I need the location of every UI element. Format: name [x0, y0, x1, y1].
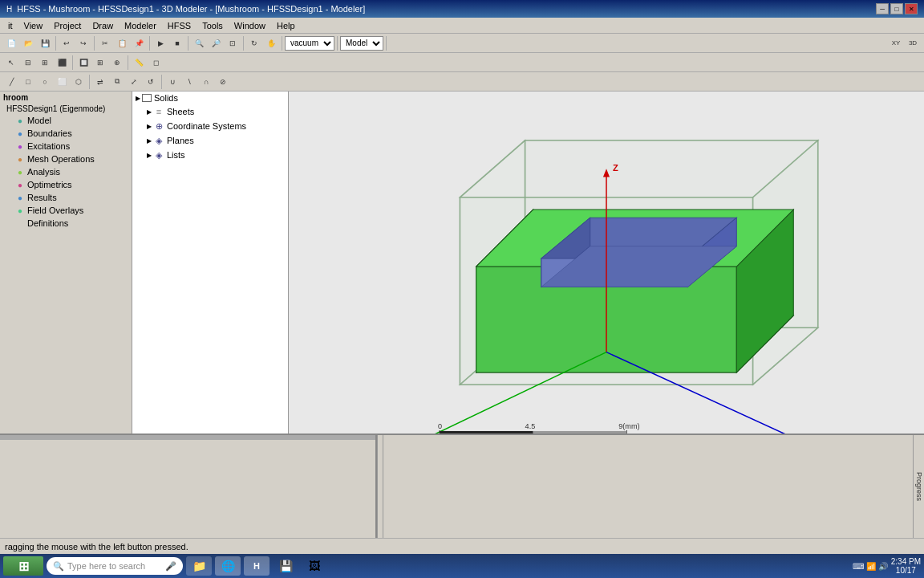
menu-project[interactable]: Project — [49, 20, 86, 31]
pan-btn[interactable]: ✋ — [263, 35, 279, 51]
sep7 — [337, 36, 338, 51]
menu-modeler[interactable]: Modeler — [120, 20, 161, 31]
open-btn[interactable]: 📂 — [20, 35, 36, 51]
left-panel: hroom HFSSDesign1 (Eigenmode) ● Model ● … — [0, 92, 132, 434]
tree-results[interactable]: ● Results — [11, 191, 132, 204]
tree-analysis[interactable]: ● Analysis — [11, 165, 132, 178]
tree-lists[interactable]: ▶ ◈ Lists — [132, 148, 288, 162]
tree-optimetrics[interactable]: ● Optimetrics — [11, 178, 132, 191]
measure-btn[interactable]: 📏 — [131, 55, 147, 71]
draw-box-btn[interactable]: ⬜ — [54, 74, 70, 90]
menu-window[interactable]: Window — [229, 20, 270, 31]
design-name[interactable]: HFSSDesign1 (Eigenmode) — [0, 104, 132, 114]
undo-btn[interactable]: ↩ — [59, 35, 75, 51]
status-text: ragging the mouse with the left button p… — [5, 542, 188, 552]
view-3d-btn[interactable]: 3D — [905, 35, 921, 51]
copy-btn[interactable]: 📋 — [114, 35, 130, 51]
minimize-button[interactable]: ─ — [876, 3, 889, 14]
close-button[interactable]: ✕ — [905, 3, 918, 14]
svg-text:Z: Z — [613, 163, 618, 173]
toolbar-3: ╱ □ ○ ⬜ ⬡ ⇌ ⧉ ⤢ ↺ ∪ ∖ ∩ ⊘ — [0, 72, 924, 92]
title-bar-left: H HFSS - Mushroom - HFSSDesign1 - 3D Mod… — [6, 4, 365, 14]
tree-mesh-operations[interactable]: ● Mesh Operations — [11, 153, 132, 165]
redo-btn[interactable]: ↪ — [75, 35, 91, 51]
cut-btn[interactable]: ✂ — [97, 35, 113, 51]
sep4 — [188, 36, 188, 51]
tree-model[interactable]: ● Model — [11, 114, 132, 127]
start-button[interactable]: ⊞ — [3, 556, 43, 576]
paste-btn[interactable]: 📌 — [131, 35, 147, 51]
view-xy-btn[interactable]: XY — [888, 35, 904, 51]
grid-btn[interactable]: ⊞ — [92, 55, 108, 71]
taskbar-app-hfss[interactable]: H — [244, 556, 270, 576]
menu-it[interactable]: it — [3, 20, 18, 31]
taskbar-app-browser[interactable]: 🌐 — [215, 556, 241, 576]
resize-handle-h[interactable] — [0, 435, 375, 440]
tree-planes[interactable]: ▶ ◈ Planes — [132, 133, 288, 148]
draw-line-btn[interactable]: ╱ — [3, 74, 19, 90]
face-btn[interactable]: ⊞ — [37, 55, 53, 71]
sep8 — [386, 36, 387, 51]
menu-draw[interactable]: Draw — [87, 20, 118, 31]
zoom-in-btn[interactable]: 🔍 — [191, 35, 207, 51]
expand-arrow-lists: ▶ — [147, 152, 152, 159]
expand-arrow-cs: ▶ — [147, 123, 152, 130]
view-select[interactable]: Model — [340, 36, 383, 51]
tree-sheets[interactable]: ▶ ≡ Sheets — [132, 104, 288, 119]
vertical-splitter[interactable] — [377, 435, 383, 538]
draw-circle-btn[interactable]: ○ — [37, 74, 53, 90]
edge-btn[interactable]: ⊟ — [20, 55, 36, 71]
fit-btn[interactable]: ⊡ — [225, 35, 241, 51]
planes-icon: ◈ — [153, 135, 164, 146]
title-bar-controls[interactable]: ─ □ ✕ — [876, 3, 918, 14]
new-btn[interactable]: 📄 — [3, 35, 19, 51]
bottom-right-panel: Progress — [383, 435, 924, 538]
toolbar-2: ↖ ⊟ ⊞ ⬛ 🔲 ⊞ ⊕ 📏 ◻ — [0, 53, 924, 72]
main-content: hroom HFSSDesign1 (Eigenmode) ● Model ● … — [0, 92, 924, 434]
tree-definitions[interactable]: Definitions — [11, 217, 132, 230]
union-btn[interactable]: ∪ — [164, 74, 180, 90]
move-btn[interactable]: ⤢ — [126, 74, 142, 90]
taskbar-app-explorer2[interactable]: 💾 — [273, 556, 298, 576]
draw-cyl-btn[interactable]: ⬡ — [71, 74, 87, 90]
rotate2-btn[interactable]: ↺ — [143, 74, 159, 90]
taskbar-search-box[interactable]: 🔍 Type here to search 🎤 — [47, 557, 183, 575]
tree-field-overlays[interactable]: ● Field Overlays — [11, 204, 132, 217]
expand-arrow-sheets: ▶ — [147, 108, 152, 116]
search-placeholder: Type here to search — [67, 561, 145, 571]
snap-btn[interactable]: 🔲 — [75, 55, 91, 71]
draw-rect-btn[interactable]: □ — [20, 74, 36, 90]
title-bar: H HFSS - Mushroom - HFSSDesign1 - 3D Mod… — [0, 0, 924, 18]
project-name: hroom — [0, 92, 132, 104]
rotate-btn[interactable]: ↻ — [246, 35, 262, 51]
sim-btn[interactable]: ▶ — [152, 35, 168, 51]
solids-icon — [142, 94, 152, 102]
material-select[interactable]: vacuum — [285, 36, 334, 51]
select-btn[interactable]: ↖ — [3, 55, 19, 71]
mirror-btn[interactable]: ⇌ — [92, 74, 108, 90]
stop-btn[interactable]: ■ — [169, 35, 185, 51]
menu-hfss[interactable]: HFSS — [163, 20, 196, 31]
model-svg: Z Y 0 4.5 9 (mm) — [289, 92, 924, 434]
taskbar-app-photos[interactable]: 🖼 — [302, 556, 327, 576]
intersect-btn[interactable]: ∩ — [198, 74, 214, 90]
viewport-3d[interactable]: Z Y 0 4.5 9 (mm) — [289, 92, 924, 434]
menu-help[interactable]: Help — [272, 20, 300, 31]
menu-tools[interactable]: Tools — [197, 20, 228, 31]
tree-solids[interactable]: ▶ Solids — [132, 92, 288, 104]
taskbar-app-file-explorer[interactable]: 📁 — [186, 556, 212, 576]
save-btn[interactable]: 💾 — [37, 35, 53, 51]
tree-excitations[interactable]: ● Excitations — [11, 140, 132, 153]
copy2-btn[interactable]: ⧉ — [109, 74, 125, 90]
split-btn[interactable]: ⊘ — [215, 74, 231, 90]
tree-boundaries[interactable]: ● Boundaries — [11, 127, 132, 140]
zoom-out-btn[interactable]: 🔎 — [208, 35, 224, 51]
solid-btn[interactable]: ⬛ — [54, 55, 70, 71]
subtract-btn[interactable]: ∖ — [181, 74, 197, 90]
menu-view[interactable]: View — [19, 20, 48, 31]
wireframe-btn[interactable]: ◻ — [148, 55, 164, 71]
progress-bar-area: Progress — [913, 435, 924, 538]
axis-btn[interactable]: ⊕ — [109, 55, 125, 71]
tree-coordinate-systems[interactable]: ▶ ⊕ Coordinate Systems — [132, 119, 288, 133]
maximize-button[interactable]: □ — [890, 3, 903, 14]
